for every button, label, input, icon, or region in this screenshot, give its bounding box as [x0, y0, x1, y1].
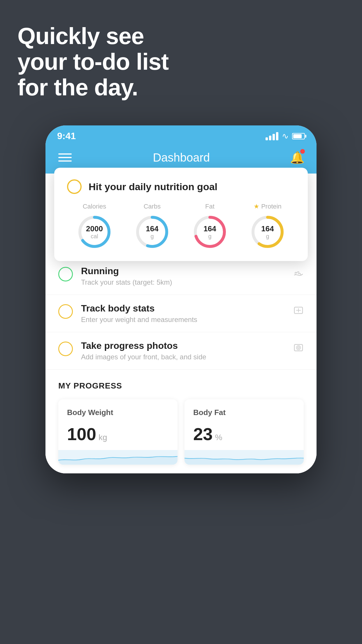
progress-cards: Body Weight 100 kg Body Fat [58, 399, 304, 465]
body-weight-number: 100 [67, 424, 96, 444]
body-fat-number: 23 [193, 424, 213, 444]
notification-bell[interactable]: ▲ 🔔 [291, 150, 304, 165]
phone-mockup: 9:41 ∿ Dashboard ▲ 🔔 THINGS TO [45, 125, 317, 473]
headline: Quickly see your to-do list for the day. [17, 23, 168, 100]
hamburger-menu[interactable] [58, 153, 72, 162]
goal-calories: Calories 2000 cal [77, 203, 112, 249]
goal-fat: Fat 164 g [192, 203, 227, 249]
carbs-value: 164 [146, 225, 158, 233]
nutrition-title: Hit your daily nutrition goal [89, 181, 217, 192]
protein-donut: 164 g [250, 214, 285, 249]
carbs-donut: 164 g [135, 214, 170, 249]
body-weight-value-row: 100 kg [67, 424, 169, 444]
goal-protein: ★ Protein 164 g [250, 203, 285, 249]
photo-icon [293, 342, 304, 355]
protein-label: ★ Protein [254, 203, 282, 210]
goal-carbs: Carbs 164 g [135, 203, 170, 249]
progress-section: MY PROGRESS Body Weight 100 kg [45, 370, 317, 473]
phone-content: THINGS TO DO TODAY Hit your daily nutrit… [45, 174, 317, 473]
body-weight-label: Body Weight [67, 408, 169, 417]
todo-body-stats[interactable]: Track body stats Enter your weight and m… [45, 295, 317, 332]
signal-icon [266, 132, 278, 140]
progress-card-fat[interactable]: Body Fat 23 % [184, 399, 304, 465]
todo-name-photos: Take progress photos [81, 340, 285, 351]
todo-text-running: Running Track your stats (target: 5km) [81, 266, 285, 286]
shoe-icon [293, 267, 304, 280]
wifi-icon: ∿ [282, 131, 289, 141]
calories-donut: 2000 cal [77, 214, 112, 249]
protein-unit: g [261, 233, 274, 239]
progress-title: MY PROGRESS [58, 381, 304, 391]
todo-name-body-stats: Track body stats [81, 303, 285, 314]
fat-label: Fat [205, 203, 215, 210]
todo-text-body-stats: Track body stats Enter your weight and m… [81, 303, 285, 324]
calories-label: Calories [83, 203, 106, 210]
todo-name-running: Running [81, 266, 285, 276]
nutrition-radio[interactable] [67, 179, 82, 194]
status-bar: 9:41 ∿ [45, 125, 317, 144]
todo-list: Running Track your stats (target: 5km) T… [45, 258, 317, 370]
fat-sparkline [184, 450, 304, 465]
progress-card-weight[interactable]: Body Weight 100 kg [58, 399, 178, 465]
carbs-label: Carbs [144, 203, 161, 210]
weight-sparkline [58, 450, 178, 465]
fat-unit: g [203, 233, 216, 239]
calories-value: 2000 [86, 225, 103, 233]
nutrition-goals: Calories 2000 cal Carbs [67, 203, 295, 249]
scale-icon [293, 305, 304, 318]
nutrition-card-header: Hit your daily nutrition goal [67, 179, 295, 194]
battery-icon [292, 133, 305, 139]
star-icon: ★ [254, 203, 259, 210]
todo-sub-body-stats: Enter your weight and measurements [81, 316, 285, 324]
fat-value: 164 [203, 225, 216, 233]
todo-sub-photos: Add images of your front, back, and side [81, 353, 285, 361]
nutrition-card[interactable]: Hit your daily nutrition goal Calories 2… [54, 168, 308, 261]
todo-text-photos: Take progress photos Add images of your … [81, 340, 285, 361]
status-icons: ∿ [266, 131, 305, 141]
svg-point-13 [298, 347, 299, 349]
todo-circle-body-stats [58, 304, 73, 319]
todo-circle-photos [58, 342, 73, 356]
body-weight-unit: kg [99, 433, 107, 442]
body-fat-unit: % [215, 433, 222, 442]
calories-unit: cal [86, 233, 103, 239]
todo-running[interactable]: Running Track your stats (target: 5km) [45, 258, 317, 295]
todo-circle-running [58, 267, 73, 281]
nav-title: Dashboard [153, 151, 210, 164]
body-fat-value-row: 23 % [193, 424, 295, 444]
status-time: 9:41 [57, 131, 76, 141]
svg-point-12 [296, 346, 301, 350]
protein-value: 164 [261, 225, 274, 233]
todo-progress-photos[interactable]: Take progress photos Add images of your … [45, 332, 317, 370]
body-fat-label: Body Fat [193, 408, 295, 417]
todo-sub-running: Track your stats (target: 5km) [81, 278, 285, 286]
carbs-unit: g [146, 233, 158, 239]
fat-donut: 164 g [192, 214, 227, 249]
